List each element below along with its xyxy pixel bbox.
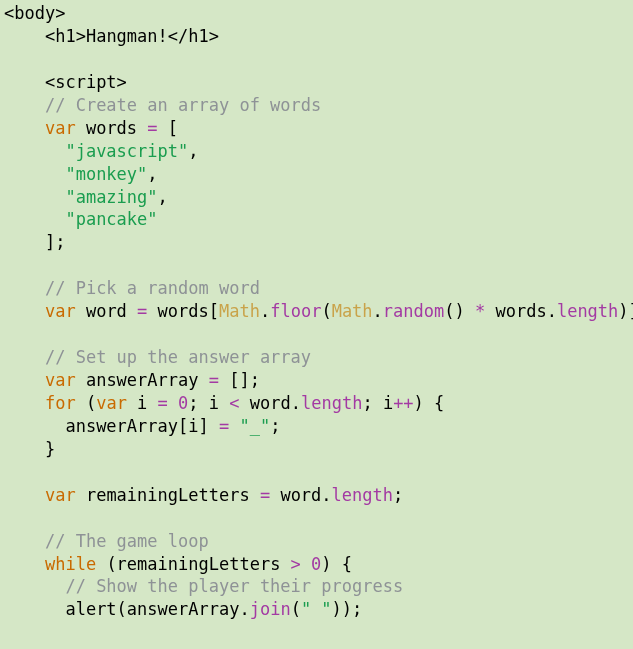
ident: answerArray[i] [65, 416, 219, 436]
end: ) { [321, 554, 352, 574]
prop-length: length [332, 485, 393, 505]
op-lt: < [229, 393, 239, 413]
comment: // Show the player their progress [65, 576, 403, 596]
comment: // Set up the answer array [45, 347, 311, 367]
kw-var: var [45, 301, 76, 321]
h1-text: Hangman! [86, 26, 168, 46]
comment: // Create an array of words [45, 95, 321, 115]
brace: } [45, 439, 55, 459]
paren: ( [291, 599, 301, 619]
sp [301, 554, 311, 574]
ident: words [76, 118, 148, 138]
comment: // Pick a random word [45, 278, 260, 298]
semi: ; i [188, 393, 229, 413]
op-mul: * [475, 301, 485, 321]
ident: words [485, 301, 546, 321]
bracket-close: ]; [45, 232, 65, 252]
op-eq: = [219, 416, 229, 436]
code-block: <body> <h1>Hangman!</h1> <script> // Cre… [0, 0, 633, 621]
dot: . [239, 599, 249, 619]
kw-while: while [45, 554, 96, 574]
paren: ( [76, 393, 96, 413]
string: "javascript" [65, 141, 188, 161]
kw-var: var [96, 393, 127, 413]
paren: (remainingLetters [96, 554, 290, 574]
tag-body: <body> [4, 3, 65, 23]
ident: words[ [147, 301, 219, 321]
prop-length: length [301, 393, 362, 413]
method-floor: floor [270, 301, 321, 321]
op-eq: = [137, 301, 147, 321]
end: ) { [414, 393, 445, 413]
ident: word [270, 485, 321, 505]
op-eq: = [209, 370, 219, 390]
end: )]; [618, 301, 633, 321]
num: 0 [311, 554, 321, 574]
dot: . [321, 485, 331, 505]
string: " " [301, 599, 332, 619]
dot: . [291, 393, 301, 413]
paren: () [444, 301, 475, 321]
method-join: join [250, 599, 291, 619]
ident: word [240, 393, 291, 413]
prop-length: length [557, 301, 618, 321]
string: "_" [239, 416, 270, 436]
op-eq: = [260, 485, 270, 505]
method-random: random [383, 301, 444, 321]
op-pp: ++ [393, 393, 413, 413]
dot: . [373, 301, 383, 321]
end: )); [332, 599, 363, 619]
op-gt: > [291, 554, 301, 574]
dot: . [547, 301, 557, 321]
semi: ; [393, 485, 403, 505]
op-eq: = [147, 118, 157, 138]
semi: ; i [362, 393, 393, 413]
dot: . [260, 301, 270, 321]
tag-script: <script> [45, 72, 127, 92]
ident: answerArray [76, 370, 209, 390]
ident: remainingLetters [76, 485, 260, 505]
arr: []; [219, 370, 260, 390]
tag-h1-open: <h1> [45, 26, 86, 46]
ident: alert(answerArray [65, 599, 239, 619]
tag-h1-close: </h1> [168, 26, 219, 46]
bracket: [ [158, 118, 178, 138]
kw-var: var [45, 485, 76, 505]
string: "pancake" [65, 209, 157, 229]
sp [168, 393, 178, 413]
comment: // The game loop [45, 531, 209, 551]
op-eq: = [158, 393, 168, 413]
string: "amazing" [65, 187, 157, 207]
semi: ; [270, 416, 280, 436]
kw-for: for [45, 393, 76, 413]
kw-var: var [45, 370, 76, 390]
paren: ( [321, 301, 331, 321]
string: "monkey" [65, 164, 147, 184]
obj-math: Math [219, 301, 260, 321]
ident: i [127, 393, 158, 413]
num: 0 [178, 393, 188, 413]
obj-math: Math [332, 301, 373, 321]
ident: word [76, 301, 137, 321]
kw-var: var [45, 118, 76, 138]
sp [229, 416, 239, 436]
